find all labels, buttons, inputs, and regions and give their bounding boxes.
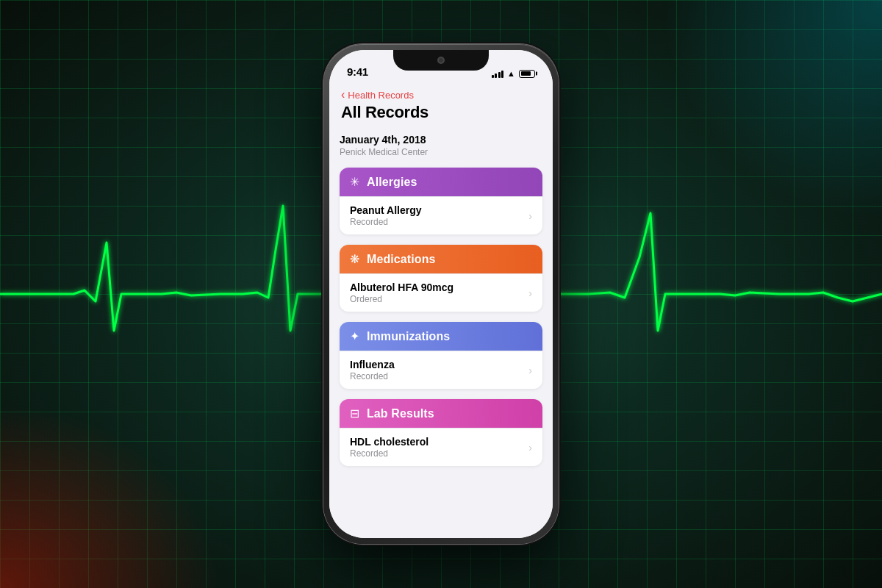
item-status-lab-results-0: Recorded [350, 448, 429, 459]
phone-device: 9:41 ▲ [323, 44, 559, 544]
category-header-lab-results[interactable]: ⊟Lab Results [340, 399, 542, 428]
screen-content[interactable]: ‹ Health Records All Records January 4th… [329, 82, 553, 538]
battery-icon [519, 70, 535, 78]
item-name-allergies-0: Peanut Allergy [350, 204, 422, 216]
list-item[interactable]: Peanut AllergyRecorded› [340, 196, 542, 234]
item-status-medications-0: Ordered [350, 294, 453, 304]
phone-screen: 9:41 ▲ [329, 50, 553, 538]
category-label-immunizations: Immunizations [367, 330, 450, 343]
item-info-immunizations-0: InfluenzaRecorded [350, 359, 395, 381]
item-name-lab-results-0: HDL cholesterol [350, 436, 429, 448]
lab-results-icon: ⊟ [350, 406, 359, 420]
list-item[interactable]: HDL cholesterolRecorded› [340, 428, 542, 466]
nav-bar: ‹ Health Records All Records [329, 82, 553, 125]
item-name-medications-0: Albuterol HFA 90mcg [350, 282, 453, 293]
back-button[interactable]: ‹ Health Records [341, 88, 541, 101]
category-section-medications: ❋MedicationsAlbuterol HFA 90mcgOrdered› [340, 245, 542, 312]
chevron-right-icon: › [528, 442, 532, 453]
category-section-allergies: ✳AllergiesPeanut AllergyRecorded› [340, 168, 542, 234]
back-chevron-icon: ‹ [341, 88, 345, 101]
main-content: January 4th, 2018 Penick Medical Center … [329, 125, 553, 485]
category-label-lab-results: Lab Results [367, 407, 434, 420]
red-glow [0, 404, 220, 588]
list-item[interactable]: Albuterol HFA 90mcgOrdered› [340, 273, 542, 312]
status-icons: ▲ [492, 69, 535, 78]
category-label-allergies: Allergies [367, 176, 417, 189]
category-label-medications: Medications [367, 253, 436, 266]
back-label: Health Records [348, 90, 414, 101]
category-section-lab-results: ⊟Lab ResultsHDL cholesterolRecorded› [340, 399, 542, 466]
signal-icon [492, 69, 504, 78]
category-header-medications[interactable]: ❋Medications [340, 245, 542, 273]
category-header-allergies[interactable]: ✳Allergies [340, 168, 542, 196]
category-section-immunizations: ✦ImmunizationsInfluenzaRecorded› [340, 322, 542, 389]
chevron-right-icon: › [528, 210, 532, 222]
medications-icon: ❋ [350, 252, 359, 266]
camera [437, 57, 445, 64]
phone-body: 9:41 ▲ [323, 44, 559, 544]
allergies-icon: ✳ [350, 175, 359, 189]
item-info-lab-results-0: HDL cholesterolRecorded [350, 436, 429, 459]
record-date: January 4th, 2018 [340, 134, 542, 146]
item-status-allergies-0: Recorded [350, 217, 422, 227]
notch [393, 50, 489, 71]
immunizations-icon: ✦ [350, 329, 359, 343]
chevron-right-icon: › [528, 287, 532, 299]
item-name-immunizations-0: Influenza [350, 359, 395, 370]
categories-list: ✳AllergiesPeanut AllergyRecorded›❋Medica… [340, 168, 542, 466]
wifi-icon: ▲ [507, 69, 515, 78]
page-title: All Records [341, 103, 541, 122]
category-header-immunizations[interactable]: ✦Immunizations [340, 322, 542, 351]
list-item[interactable]: InfluenzaRecorded› [340, 351, 542, 389]
item-info-medications-0: Albuterol HFA 90mcgOrdered [350, 282, 453, 304]
record-facility: Penick Medical Center [340, 147, 542, 157]
item-status-immunizations-0: Recorded [350, 371, 395, 381]
status-time: 9:41 [347, 65, 368, 78]
item-info-allergies-0: Peanut AllergyRecorded [350, 204, 422, 227]
chevron-right-icon: › [528, 365, 532, 376]
